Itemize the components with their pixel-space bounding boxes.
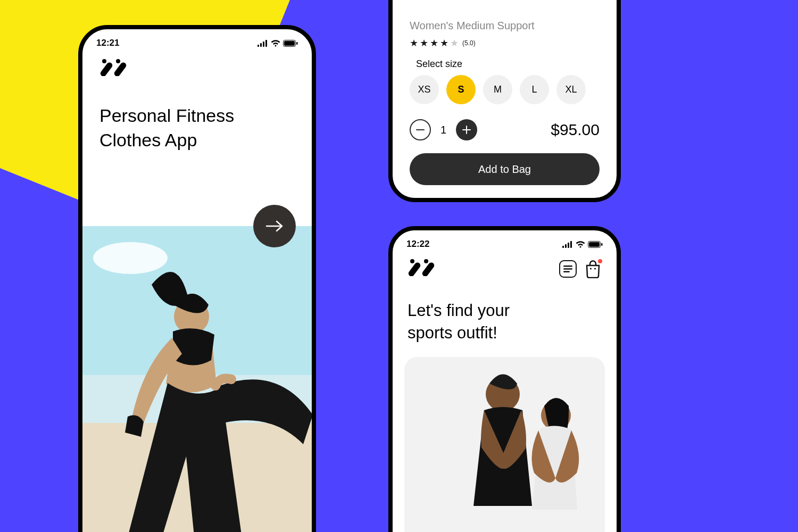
- onboarding-title: Personal Fitness Clothes App: [99, 104, 295, 153]
- star-icon: ★: [410, 37, 418, 49]
- svg-point-27: [424, 259, 428, 263]
- svg-rect-19: [562, 246, 564, 248]
- svg-rect-18: [462, 129, 471, 130]
- phone-frame-onboarding: 12:21 Personal Fitness Clothes App: [78, 25, 316, 532]
- home-title: Let's find your sports outfit!: [408, 300, 602, 344]
- svg-rect-10: [113, 61, 127, 76]
- svg-point-7: [102, 59, 106, 63]
- phone-frame-product: Women's Medium Support ★ ★ ★ ★ ★ (5.0) S…: [388, 0, 621, 202]
- star-icon: ★: [440, 37, 448, 49]
- quantity-increase-button[interactable]: [456, 119, 477, 140]
- app-logo: [408, 259, 435, 278]
- star-icon: ★: [430, 37, 438, 49]
- svg-rect-29: [421, 261, 435, 276]
- quantity-stepper: 1: [410, 119, 477, 140]
- svg-rect-25: [601, 243, 603, 246]
- battery-icon: [588, 241, 603, 248]
- status-time: 12:21: [96, 38, 119, 48]
- svg-rect-32: [563, 271, 570, 272]
- svg-rect-22: [570, 241, 572, 248]
- svg-rect-24: [589, 242, 600, 247]
- svg-rect-9: [99, 61, 113, 76]
- size-selector: XS S M L XL: [410, 75, 600, 104]
- svg-rect-31: [563, 268, 572, 269]
- product-rating: ★ ★ ★ ★ ★ (5.0): [410, 37, 600, 49]
- list-icon: [563, 265, 572, 272]
- arrow-right-icon: [265, 220, 284, 232]
- quantity-value: 1: [440, 124, 446, 136]
- product-price: $95.00: [551, 121, 600, 139]
- onboarding-title-line2: Clothes App: [99, 130, 197, 150]
- svg-rect-2: [263, 41, 264, 47]
- status-bar: 12:21: [82, 29, 312, 54]
- status-indicators: [257, 40, 298, 47]
- star-icon: ★: [450, 37, 459, 49]
- next-button[interactable]: [253, 205, 296, 247]
- home-title-line1: Let's find your: [408, 301, 510, 320]
- status-indicators: [562, 241, 603, 248]
- svg-rect-6: [296, 42, 298, 45]
- svg-point-34: [594, 268, 596, 269]
- select-size-label: Select size: [416, 59, 600, 70]
- svg-rect-3: [265, 40, 267, 47]
- status-bar: 12:22: [393, 230, 617, 255]
- svg-point-14: [93, 242, 168, 274]
- battery-icon: [283, 40, 298, 47]
- add-to-bag-button[interactable]: Add to Bag: [410, 153, 600, 185]
- add-to-bag-label: Add to Bag: [478, 163, 531, 176]
- svg-point-8: [116, 59, 120, 63]
- shopping-bag-button[interactable]: [584, 260, 602, 278]
- app-logo: [99, 59, 127, 78]
- wifi-icon: [271, 40, 280, 47]
- svg-point-26: [410, 259, 414, 263]
- svg-rect-0: [257, 45, 259, 47]
- size-option-l[interactable]: L: [520, 75, 549, 104]
- cellular-icon: [257, 40, 268, 47]
- size-option-m[interactable]: M: [483, 75, 512, 104]
- svg-rect-20: [565, 244, 567, 248]
- product-subtitle: Women's Medium Support: [410, 20, 600, 32]
- svg-rect-30: [563, 265, 572, 267]
- onboarding-hero-image: [82, 226, 312, 532]
- svg-rect-16: [416, 129, 425, 130]
- rating-score: (5.0): [462, 39, 476, 47]
- size-option-xl[interactable]: XL: [556, 75, 586, 104]
- size-option-xs[interactable]: XS: [410, 75, 439, 104]
- notification-dot: [597, 258, 603, 264]
- home-title-line2: sports outfit!: [408, 323, 497, 342]
- svg-rect-5: [284, 41, 295, 46]
- cellular-icon: [562, 241, 573, 248]
- size-option-s[interactable]: S: [446, 75, 476, 104]
- svg-rect-28: [408, 261, 421, 276]
- star-icon: ★: [420, 37, 428, 49]
- quantity-decrease-button[interactable]: [410, 119, 431, 140]
- menu-button[interactable]: [559, 260, 577, 278]
- plus-icon: [462, 126, 471, 134]
- minus-icon: [416, 129, 425, 130]
- status-time: 12:22: [406, 239, 429, 250]
- wifi-icon: [576, 241, 585, 248]
- svg-point-33: [590, 268, 592, 269]
- svg-rect-21: [568, 243, 569, 248]
- svg-rect-1: [260, 43, 262, 47]
- onboarding-title-line1: Personal Fitness: [99, 105, 234, 126]
- home-hero-image: [404, 357, 605, 532]
- phone-frame-home: 12:22 Let's find your sports o: [388, 226, 621, 532]
